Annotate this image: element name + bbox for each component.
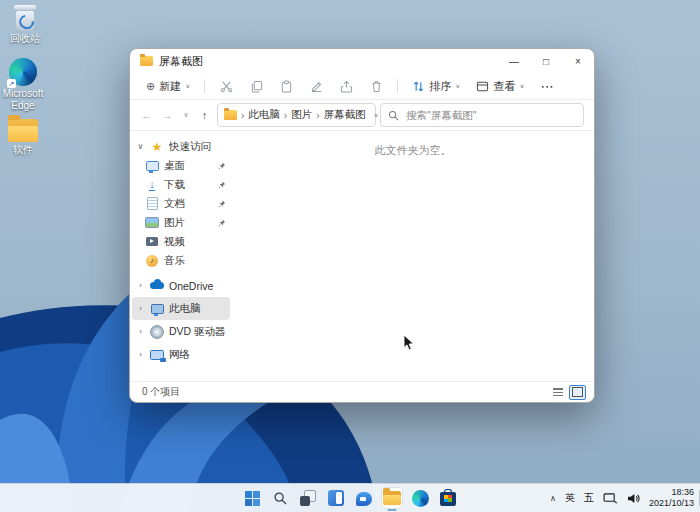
- ime-mode-indicator[interactable]: 五: [584, 491, 594, 505]
- rename-icon: [310, 80, 323, 93]
- windows-logo-icon: [245, 491, 260, 506]
- view-button[interactable]: 查看 ∨: [470, 76, 530, 97]
- item-count: 0 个项目: [142, 385, 180, 399]
- sidebar-item-dvd-drive[interactable]: › DVD 驱动器 (D:) C: [130, 320, 232, 343]
- chevron-collapsed-icon[interactable]: ›: [136, 304, 145, 313]
- edge-button[interactable]: [409, 487, 431, 509]
- details-view-button[interactable]: [549, 385, 566, 400]
- task-view-icon: [300, 490, 316, 506]
- clock-time: 18:36: [649, 487, 694, 498]
- details-view-icon: [553, 388, 563, 396]
- sort-button[interactable]: 排序 ∨: [406, 76, 466, 97]
- command-bar: ⊕ 新建 ∨: [130, 73, 594, 100]
- chevron-expanded-icon[interactable]: ∨: [136, 142, 145, 151]
- desktop-icon-recycle-bin[interactable]: 回收站: [2, 5, 48, 45]
- large-icons-view-button[interactable]: [569, 385, 586, 400]
- hidden-icons-chevron-icon[interactable]: ∧: [550, 494, 556, 503]
- desktop-folder-icon: [145, 159, 159, 173]
- network-icon[interactable]: [603, 493, 618, 504]
- system-tray: ∧ 英 五 18:36 2021/10/13: [550, 484, 694, 512]
- maximize-button[interactable]: □: [530, 49, 562, 73]
- view-toggles: [549, 385, 586, 400]
- folder-icon: [8, 119, 38, 142]
- sidebar-item-onedrive[interactable]: › OneDrive: [130, 274, 232, 297]
- chevron-down-icon: ∨: [185, 83, 190, 89]
- file-explorer-window: 屏幕截图 — □ × ⊕ 新建 ∨: [129, 48, 595, 403]
- breadcrumb-this-pc[interactable]: 此电脑: [248, 108, 280, 122]
- chevron-collapsed-icon[interactable]: ›: [136, 327, 145, 336]
- sidebar-item-network[interactable]: › 网络: [130, 343, 232, 366]
- edge-icon: [412, 490, 429, 507]
- sidebar-item-quick-access[interactable]: ∨ ★ 快速访问: [130, 137, 232, 156]
- sidebar-item-this-pc[interactable]: › 此电脑: [132, 297, 230, 320]
- titlebar[interactable]: 屏幕截图 — □ ×: [130, 49, 594, 73]
- documents-icon: [145, 197, 159, 211]
- sidebar-item-desktop[interactable]: 桌面: [130, 156, 232, 175]
- folder-icon: [140, 56, 153, 66]
- file-list-area[interactable]: 此文件夹为空。: [232, 131, 594, 381]
- share-button[interactable]: [333, 75, 359, 97]
- share-icon: [340, 80, 353, 93]
- recent-locations-button[interactable]: ∨: [180, 105, 192, 125]
- desktop-icon-edge[interactable]: ↗ Microsoft Edge: [0, 58, 46, 111]
- copy-button[interactable]: [243, 75, 269, 97]
- address-bar[interactable]: › 此电脑 › 图片 › 屏幕截图 ∨: [217, 103, 376, 127]
- store-button[interactable]: [437, 487, 459, 509]
- sidebar-item-documents[interactable]: 文档: [130, 194, 232, 213]
- close-button[interactable]: ×: [562, 49, 594, 73]
- breadcrumb-screenshots[interactable]: 屏幕截图: [324, 108, 366, 122]
- paste-button[interactable]: [273, 75, 299, 97]
- sidebar-item-pictures[interactable]: 图片: [130, 213, 232, 232]
- up-button[interactable]: ↑: [196, 105, 213, 125]
- sidebar-item-downloads[interactable]: ↓ 下载: [130, 175, 232, 194]
- forward-button[interactable]: →: [159, 105, 176, 125]
- status-bar: 0 个项目: [130, 381, 594, 402]
- music-icon: ♪: [145, 254, 159, 268]
- pictures-icon: [145, 216, 159, 230]
- delete-button[interactable]: [363, 75, 389, 97]
- recycle-bin-icon: [14, 5, 36, 31]
- more-button[interactable]: ⋯: [535, 76, 561, 97]
- rename-button[interactable]: [303, 75, 329, 97]
- chat-button[interactable]: [353, 487, 375, 509]
- search-icon: [273, 491, 288, 506]
- breadcrumb-pictures[interactable]: 图片: [291, 108, 312, 122]
- cut-icon: [220, 80, 233, 93]
- chevron-collapsed-icon[interactable]: ›: [136, 350, 145, 359]
- cut-button[interactable]: [213, 75, 239, 97]
- chevron-down-icon: ∨: [519, 83, 524, 89]
- chat-icon: [356, 492, 372, 506]
- ime-language-indicator[interactable]: 英: [565, 491, 575, 505]
- delete-icon: [370, 80, 383, 93]
- address-dropdown-chevron-icon[interactable]: ∨: [374, 112, 379, 118]
- plus-icon: ⊕: [146, 80, 155, 93]
- shortcut-arrow-icon: ↗: [7, 79, 16, 88]
- back-button[interactable]: ←: [138, 105, 155, 125]
- desktop-icon-folder[interactable]: 软件: [0, 116, 46, 156]
- search-box[interactable]: [380, 103, 584, 127]
- widgets-button[interactable]: [325, 487, 347, 509]
- large-icons-view-icon: [572, 387, 583, 397]
- taskbar-search-button[interactable]: [269, 487, 291, 509]
- sort-button-label: 排序: [429, 79, 451, 94]
- search-input[interactable]: [404, 108, 576, 122]
- task-view-button[interactable]: [297, 487, 319, 509]
- videos-icon: [145, 235, 159, 249]
- file-explorer-button[interactable]: [381, 487, 403, 509]
- sidebar-item-music[interactable]: ♪ 音乐: [130, 251, 232, 270]
- taskbar-clock[interactable]: 18:36 2021/10/13: [649, 487, 694, 510]
- address-bar-row: ← → ∨ ↑ › 此电脑 › 图片 › 屏幕截图 ∨: [130, 100, 594, 131]
- edge-icon: ↗: [9, 58, 37, 86]
- volume-icon[interactable]: [627, 493, 640, 504]
- copy-icon: [250, 80, 263, 93]
- sidebar-item-videos[interactable]: 视频: [130, 232, 232, 251]
- start-button[interactable]: [241, 487, 263, 509]
- taskbar-center: [241, 484, 459, 512]
- minimize-button[interactable]: —: [498, 49, 530, 73]
- chevron-collapsed-icon[interactable]: ›: [136, 281, 145, 290]
- chevron-down-icon: ∨: [455, 83, 460, 89]
- empty-folder-message: 此文件夹为空。: [232, 143, 594, 158]
- clock-date: 2021/10/13: [649, 498, 694, 509]
- view-button-label: 查看: [493, 79, 515, 94]
- new-button[interactable]: ⊕ 新建 ∨: [140, 76, 196, 97]
